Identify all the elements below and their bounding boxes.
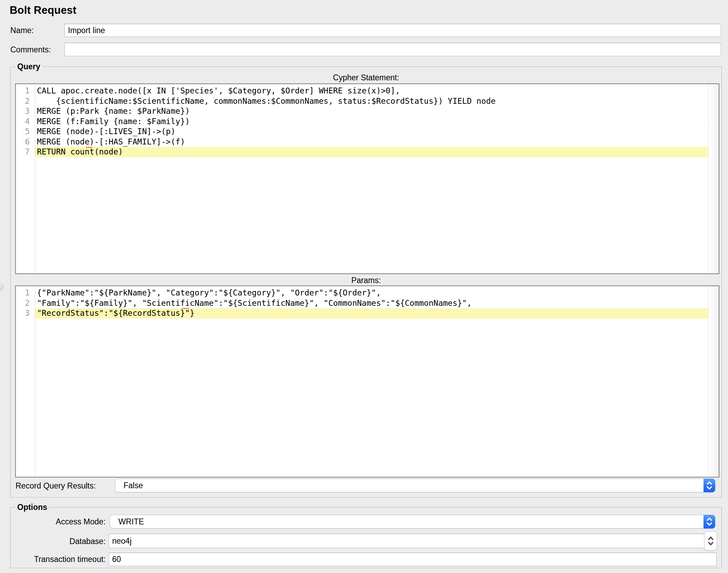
cypher-statement-editor[interactable]: 1CALL apoc.create.node([x IN ['Species',…	[15, 83, 719, 274]
database-stepper-button[interactable]	[704, 531, 717, 551]
code-text: MERGE (node)-[:LIVES_IN]->(p)	[35, 127, 708, 137]
code-line: 3MERGE (p:Park {name: $ParkName})	[16, 106, 708, 117]
record-query-results-label: Record Query Results:	[16, 481, 96, 491]
params-vertical-scrollbar[interactable]	[708, 286, 719, 477]
comments-input[interactable]	[65, 43, 721, 56]
database-input-value: neo4j	[112, 536, 131, 546]
line-number: 2	[16, 96, 35, 107]
params-editor[interactable]: 1{"ParkName":"${ParkName}", "Category":"…	[15, 285, 719, 478]
line-number: 2	[16, 298, 35, 309]
access-mode-label: Access Mode:	[0, 517, 106, 526]
code-line: 1CALL apoc.create.node([x IN ['Species',…	[16, 86, 708, 96]
access-mode-value: WRITE	[110, 517, 144, 526]
code-text: CALL apoc.create.node([x IN ['Species', …	[35, 86, 708, 96]
database-input[interactable]: neo4j	[109, 534, 707, 548]
params-label: Params:	[10, 275, 722, 285]
code-line: 7RETURN count(node)	[16, 147, 708, 157]
line-number: 1	[16, 86, 35, 96]
code-text: MERGE (node)-[:HAS_FAMILY]->(f)	[35, 137, 708, 147]
line-number: 5	[16, 127, 35, 137]
comments-label: Comments:	[10, 45, 51, 54]
code-text: "RecordStatus":"${RecordStatus}"}	[35, 308, 708, 319]
code-line: 6MERGE (node)-[:HAS_FAMILY]->(f)	[16, 137, 708, 147]
record-query-results-value: False	[115, 481, 143, 490]
spellcheck-squiggle	[183, 308, 189, 309]
name-input-value: Import line	[68, 26, 105, 35]
code-text: MERGE (f:Family {name: $Family})	[35, 117, 708, 127]
code-line: 2"Family":"${Family}", "ScientificName":…	[16, 298, 708, 309]
access-mode-select[interactable]: WRITE	[110, 515, 715, 529]
chevron-up-down-icon	[707, 536, 715, 546]
chevron-up-down-icon	[704, 479, 715, 492]
transaction-timeout-input[interactable]: 60	[109, 553, 717, 566]
code-line: 4MERGE (f:Family {name: $Family})	[16, 117, 708, 127]
cypher-vertical-scrollbar[interactable]	[708, 84, 719, 273]
line-number: 6	[16, 137, 35, 147]
code-line: 2 {scientificName:$ScientificName, commo…	[16, 96, 708, 107]
transaction-timeout-value: 60	[112, 555, 121, 564]
code-line: 1{"ParkName":"${ParkName}", "Category":"…	[16, 288, 708, 298]
page-title: Bolt Request	[10, 4, 77, 17]
code-text: {"ParkName":"${ParkName}", "Category":"$…	[35, 288, 708, 298]
code-text: {scientificName:$ScientificName, commonN…	[35, 96, 708, 107]
code-line: 5MERGE (node)-[:LIVES_IN]->(p)	[16, 127, 708, 137]
code-text: MERGE (p:Park {name: $ParkName})	[35, 106, 708, 117]
chevron-up-down-icon	[704, 515, 715, 529]
spellcheck-squiggle	[86, 147, 92, 148]
name-label: Name:	[10, 26, 34, 35]
name-input[interactable]: Import line	[65, 24, 721, 37]
line-number: 7	[16, 147, 35, 157]
code-text: "Family":"${Family}", "ScientificName":"…	[35, 298, 708, 309]
record-query-results-select[interactable]: False	[115, 479, 715, 492]
code-line: 3"RecordStatus":"${RecordStatus}"}	[16, 308, 708, 319]
line-number: 4	[16, 117, 35, 127]
line-number: 3	[16, 106, 35, 117]
line-number: 1	[16, 288, 35, 298]
query-group-title: Query	[15, 62, 42, 71]
line-number: 3	[16, 308, 35, 319]
transaction-timeout-label: Transaction timeout:	[0, 554, 106, 564]
database-label: Database:	[0, 536, 106, 546]
cypher-statement-label: Cypher Statement:	[10, 72, 722, 83]
window-edge-artifact	[0, 283, 4, 290]
code-text: RETURN count(node)	[35, 147, 708, 157]
bolt-request-panel: Bolt Request Name: Import line Comments:…	[0, 0, 728, 573]
options-group-title: Options	[15, 502, 49, 512]
